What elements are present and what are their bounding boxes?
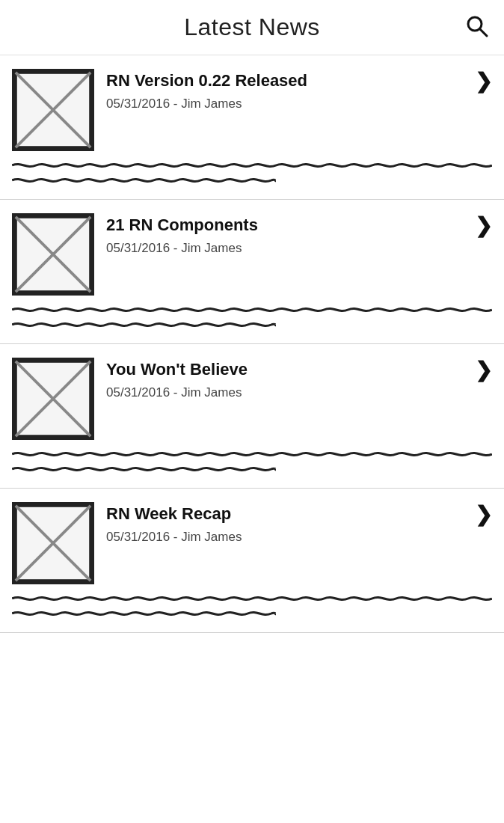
news-meta: 05/31/2016 - Jim James <box>106 530 492 545</box>
news-thumbnail <box>12 502 94 584</box>
search-button[interactable] <box>465 14 489 41</box>
news-content: You Won't Believe ❯ 05/31/2016 - Jim Jam… <box>106 358 492 400</box>
news-item-top: 21 RN Components ❯ 05/31/2016 - Jim Jame… <box>12 213 492 296</box>
news-meta: 05/31/2016 - Jim James <box>106 97 492 111</box>
squiggle-text-line <box>12 608 276 619</box>
page-title: Latest News <box>184 13 320 41</box>
news-content: RN Version 0.22 Released ❯ 05/31/2016 - … <box>106 69 492 111</box>
news-content: 21 RN Components ❯ 05/31/2016 - Jim Jame… <box>106 213 492 256</box>
news-chevron[interactable]: ❯ <box>475 502 492 527</box>
squiggle-text-line <box>12 305 492 315</box>
news-item-top: You Won't Believe ❯ 05/31/2016 - Jim Jam… <box>12 358 492 440</box>
list-item[interactable]: You Won't Believe ❯ 05/31/2016 - Jim Jam… <box>0 344 504 489</box>
news-preview <box>12 160 492 186</box>
news-item-top: RN Week Recap ❯ 05/31/2016 - Jim James <box>12 502 492 584</box>
squiggle-text-line <box>12 449 492 459</box>
news-meta: 05/31/2016 - Jim James <box>106 385 492 400</box>
news-title-row: 21 RN Components ❯ <box>106 213 492 238</box>
squiggle-text-line <box>12 175 276 186</box>
news-thumbnail <box>12 358 94 440</box>
news-chevron[interactable]: ❯ <box>475 69 492 94</box>
list-item[interactable]: RN Week Recap ❯ 05/31/2016 - Jim James <box>0 489 504 633</box>
list-item[interactable]: 21 RN Components ❯ 05/31/2016 - Jim Jame… <box>0 200 504 344</box>
list-item[interactable]: RN Version 0.22 Released ❯ 05/31/2016 - … <box>0 55 504 200</box>
news-chevron[interactable]: ❯ <box>475 213 492 238</box>
news-preview <box>12 593 492 619</box>
news-preview <box>12 449 492 474</box>
squiggle-text-line <box>12 319 276 330</box>
news-preview <box>12 305 492 330</box>
news-thumbnail <box>12 213 94 296</box>
news-content: RN Week Recap ❯ 05/31/2016 - Jim James <box>106 502 492 545</box>
news-title: You Won't Believe <box>106 360 464 379</box>
news-title-row: RN Version 0.22 Released ❯ <box>106 69 492 94</box>
squiggle-text-line <box>12 160 492 171</box>
squiggle-text-line <box>12 464 276 474</box>
news-title: RN Week Recap <box>106 504 464 524</box>
news-title-row: You Won't Believe ❯ <box>106 358 492 382</box>
squiggle-text-line <box>12 593 492 604</box>
news-title: 21 RN Components <box>106 215 464 235</box>
search-icon <box>465 28 489 40</box>
news-list: RN Version 0.22 Released ❯ 05/31/2016 - … <box>0 55 504 633</box>
news-meta: 05/31/2016 - Jim James <box>106 241 492 256</box>
page-header: Latest News <box>0 0 504 55</box>
news-thumbnail <box>12 69 94 151</box>
news-title-row: RN Week Recap ❯ <box>106 502 492 527</box>
news-chevron[interactable]: ❯ <box>475 358 492 382</box>
news-item-top: RN Version 0.22 Released ❯ 05/31/2016 - … <box>12 69 492 151</box>
svg-line-1 <box>480 28 488 36</box>
news-title: RN Version 0.22 Released <box>106 71 464 91</box>
